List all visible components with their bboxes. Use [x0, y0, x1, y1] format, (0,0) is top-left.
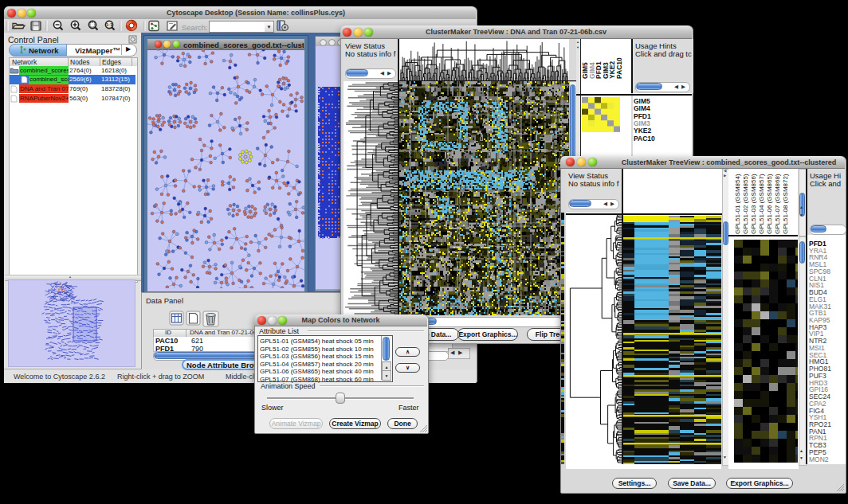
svg-text:1:1: 1:1: [106, 22, 112, 27]
